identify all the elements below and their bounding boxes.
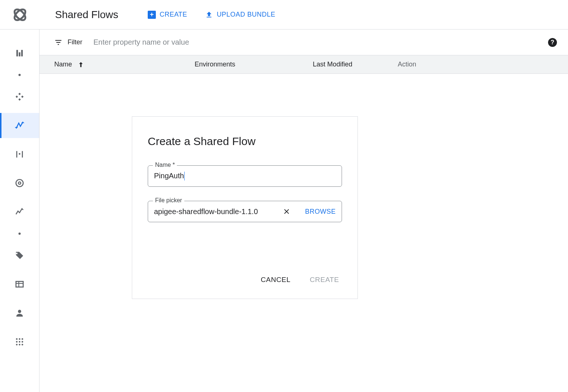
modal-actions: CANCEL CREATE (148, 276, 342, 288)
file-picker-box: apigee-sharedflow-bundle-1.1.0 BROWSE (148, 201, 342, 222)
name-field-label: Name * (153, 162, 177, 168)
page-title: Shared Flows (55, 9, 118, 21)
table-header: Name Environments Last Modified Action (40, 55, 568, 74)
sidebar-item-analytics[interactable] (0, 199, 39, 224)
name-value: PingAuth (154, 172, 336, 181)
create-button[interactable]: + CREATE (148, 11, 187, 19)
table-view-icon (15, 279, 24, 289)
add-proxy-icon (15, 149, 24, 159)
svg-point-7 (18, 310, 21, 313)
modal-title: Create a Shared Flow (148, 135, 342, 148)
filter-bar: Filter ? (40, 30, 568, 55)
dot-icon (18, 74, 21, 76)
help-icon[interactable]: ? (548, 38, 557, 47)
sidebar-item-add-proxy[interactable] (0, 142, 39, 167)
sidebar-item-dot-a[interactable] (0, 69, 39, 80)
upload-label: UPLOAD BUNDLE (217, 11, 276, 18)
sidebar-item-dot-b[interactable] (0, 228, 39, 239)
logo-area (0, 0, 40, 30)
apigee-logo-icon (11, 6, 29, 24)
dot-icon (18, 233, 21, 235)
file-picker-wrap: File picker apigee-sharedflow-bundle-1.1… (148, 201, 342, 222)
svg-marker-3 (15, 127, 18, 128)
dashboard-icon (15, 48, 24, 58)
svg-point-15 (19, 344, 20, 345)
apps-icon (15, 337, 24, 347)
upload-bundle-button[interactable]: UPLOAD BUNDLE (205, 11, 276, 19)
sidebar-item-shared-flows[interactable] (0, 113, 39, 138)
th-name-text: Name (54, 61, 72, 68)
svg-point-13 (21, 341, 23, 343)
svg-point-4 (16, 179, 23, 187)
file-value: apigee-sharedflow-bundle-1.1.0 (154, 207, 278, 216)
svg-rect-6 (16, 281, 23, 287)
browse-button[interactable]: BROWSE (305, 208, 336, 216)
sidebar-item-dashboard[interactable] (0, 41, 39, 66)
svg-point-8 (16, 338, 17, 340)
svg-point-12 (19, 341, 20, 343)
column-header-environments[interactable]: Environments (195, 61, 313, 68)
sidebar-item-tag[interactable] (0, 243, 39, 268)
sidebar-item-user[interactable] (0, 300, 39, 326)
page-header: Shared Flows + CREATE UPLOAD BUNDLE (40, 0, 568, 30)
column-header-name[interactable]: Name (54, 61, 195, 68)
filter-icon (54, 38, 62, 47)
debug-icon (15, 178, 24, 188)
header-actions: + CREATE UPLOAD BUNDLE (148, 11, 275, 19)
filter-label: Filter (68, 38, 82, 46)
svg-point-5 (18, 182, 21, 185)
shared-flows-icon (15, 121, 24, 130)
name-field-wrap: Name * PingAuth (148, 165, 342, 187)
filter-input[interactable] (93, 38, 548, 47)
sort-asc-icon (77, 61, 85, 68)
upload-icon (205, 11, 213, 19)
create-shared-flow-modal: Create a Shared Flow Name * PingAuth Fil… (132, 116, 358, 299)
tag-icon (15, 251, 24, 260)
sidebar-item-apps[interactable] (0, 329, 39, 354)
svg-marker-2 (21, 121, 24, 123)
sidebar-item-develop[interactable] (0, 84, 39, 109)
develop-icon (15, 92, 24, 102)
file-picker-label: File picker (153, 197, 184, 204)
sidebar (0, 30, 40, 392)
svg-point-14 (16, 344, 17, 345)
create-label: CREATE (160, 11, 187, 18)
svg-point-11 (16, 341, 17, 343)
sidebar-item-table[interactable] (0, 272, 39, 297)
clear-file-button[interactable] (282, 207, 291, 216)
analytics-icon (15, 207, 24, 217)
filter-label-wrap: Filter (54, 38, 82, 47)
close-icon (283, 207, 291, 216)
user-icon (15, 308, 24, 318)
modal-create-button[interactable]: CREATE (310, 276, 339, 284)
cancel-button[interactable]: CANCEL (261, 276, 291, 284)
svg-point-9 (19, 338, 20, 340)
name-input[interactable]: PingAuth (148, 165, 342, 187)
column-header-action: Action (398, 61, 416, 68)
svg-point-10 (21, 338, 23, 340)
svg-point-16 (21, 344, 23, 345)
column-header-last-modified[interactable]: Last Modified (313, 61, 398, 68)
plus-icon: + (148, 11, 156, 19)
sidebar-item-debug[interactable] (0, 171, 39, 196)
